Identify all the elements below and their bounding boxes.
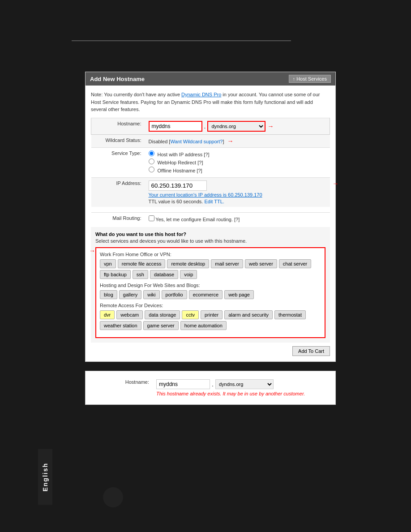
mail-routing-checkbox-label[interactable]: Yes, let me configure Email routing. [?] bbox=[149, 217, 240, 222]
hosting-buttons-row: blog gallery wiki portfolio ecommerce we… bbox=[100, 290, 321, 299]
alarm-security-btn[interactable]: alarm and security bbox=[224, 310, 273, 319]
mail-routing-checkbox[interactable] bbox=[149, 215, 154, 221]
wildcard-link[interactable]: Want Wildcard support? bbox=[170, 139, 223, 144]
use-host-subtitle: Select services and devices you would li… bbox=[95, 238, 325, 244]
printer-btn[interactable]: printer bbox=[201, 310, 223, 319]
wildcard-arrow: → bbox=[227, 137, 234, 145]
ip-arrow: → bbox=[333, 180, 339, 187]
dynamic-dns-pro-link[interactable]: Dynamic DNS Pro bbox=[181, 92, 221, 97]
panel2-hostname-row: Hostname: . dyndns.org This hostname alr… bbox=[94, 377, 326, 399]
note-before: Note: You currently don't have any activ… bbox=[91, 92, 181, 97]
use-host-title: What do you want to use this host for? bbox=[95, 232, 325, 237]
webcam-btn[interactable]: webcam bbox=[116, 310, 143, 319]
panel2-hostname-input[interactable] bbox=[156, 379, 210, 389]
edit-ttl-link[interactable]: Edit TTL. bbox=[204, 199, 224, 204]
add-to-cart-button[interactable]: Add To Cart bbox=[292, 346, 330, 356]
database-btn[interactable]: database bbox=[150, 270, 178, 279]
wildcard-text: Disabled [ bbox=[149, 139, 171, 144]
add-to-cart-row: Add To Cart bbox=[91, 346, 330, 356]
weather-station-btn[interactable]: weather station bbox=[100, 321, 141, 330]
portfolio-btn[interactable]: portfolio bbox=[162, 290, 187, 299]
vpn-section-label: Work From Home Office or VPN: bbox=[100, 252, 321, 257]
wildcard-row: Wildcard Status: Disabled [Want Wildcard… bbox=[91, 134, 330, 147]
panel2-body: Hostname: . dyndns.org This hostname alr… bbox=[86, 371, 335, 404]
hostname-value-cell: . dyndns.org dyndns.com dyndns.net → bbox=[145, 118, 330, 134]
ttl-value: TTL value is 60 seconds. bbox=[149, 199, 203, 204]
ip-address-row: IP Address: Your current location's IP a… bbox=[91, 177, 330, 207]
vpn-btn[interactable]: vpn bbox=[100, 259, 116, 268]
dvr-btn[interactable]: dvr bbox=[100, 310, 115, 319]
mail-routing-text: Yes, let me configure Email routing. [?] bbox=[155, 217, 240, 222]
logo-area bbox=[72, 9, 411, 54]
vpn-buttons-row: vpn remote file access remote desktop ma… bbox=[100, 259, 321, 279]
wildcard-label: Wildcard Status: bbox=[91, 134, 145, 147]
voip-btn[interactable]: voip bbox=[180, 270, 197, 279]
logo-shape bbox=[72, 9, 411, 45]
mail-routing-row: Mail Routing: Yes, let me configure Emai… bbox=[91, 212, 330, 225]
mail-server-btn[interactable]: mail server bbox=[211, 259, 243, 268]
service-radio-webhop-input[interactable] bbox=[149, 159, 154, 164]
logo-divider bbox=[72, 40, 291, 41]
spacer-row bbox=[91, 207, 330, 213]
hostname-exists-panel: Hostname: . dyndns.org This hostname alr… bbox=[85, 371, 336, 405]
panel2-form-table: Hostname: . dyndns.org This hostname alr… bbox=[94, 377, 326, 399]
ftp-backup-btn[interactable]: ftp backup bbox=[100, 270, 131, 279]
remote-desktop-btn[interactable]: remote desktop bbox=[167, 259, 209, 268]
service-radio-ip-input[interactable] bbox=[149, 150, 154, 156]
note-text: Note: You currently don't have any activ… bbox=[91, 91, 330, 113]
host-services-button[interactable]: ↑ Host Services bbox=[289, 75, 331, 83]
service-radio-webhop[interactable]: WebHop Redirect [?] bbox=[149, 159, 326, 165]
remote-section-label: Remote Access For Devices: bbox=[100, 303, 321, 308]
remote-buttons-row: dvr webcam data storage cctv printer ala… bbox=[100, 310, 321, 330]
wiki-btn[interactable]: wiki bbox=[143, 290, 159, 299]
hostname-dot: . bbox=[204, 123, 206, 130]
hostname-error-text: This hostname already exists. It may be … bbox=[156, 391, 323, 396]
gallery-btn[interactable]: gallery bbox=[119, 290, 141, 299]
ssh-btn[interactable]: ssh bbox=[133, 270, 148, 279]
service-radio-offline-input[interactable] bbox=[149, 167, 154, 172]
panel2-hostname-select[interactable]: dyndns.org bbox=[215, 379, 274, 389]
chat-server-btn[interactable]: chat server bbox=[279, 259, 311, 268]
use-host-section: What do you want to use this host for? S… bbox=[91, 227, 330, 343]
service-type-radio-group: Host with IP address [?] WebHop Redirect… bbox=[149, 150, 326, 173]
mail-routing-value: Yes, let me configure Email routing. [?] bbox=[145, 212, 330, 225]
wildcard-text-after: ] bbox=[223, 139, 224, 144]
blog-btn[interactable]: blog bbox=[100, 290, 117, 299]
services-arrow: → bbox=[89, 247, 95, 254]
service-radio-ip[interactable]: Host with IP address [?] bbox=[149, 150, 326, 157]
hostname-input[interactable] bbox=[149, 121, 202, 132]
add-hostname-panel: Add New Hostname ↑ Host Services Note: Y… bbox=[85, 72, 336, 362]
service-type-options: Host with IP address [?] WebHop Redirect… bbox=[145, 147, 330, 177]
wildcard-value: Disabled [Want Wildcard support?] → bbox=[145, 134, 330, 147]
hostname-row: Hostname: . dyndns.org dyndns.com dyndns… bbox=[91, 118, 330, 134]
bottom-circle bbox=[103, 487, 123, 507]
panel-header: Add New Hostname ↑ Host Services bbox=[86, 72, 335, 86]
hostname-select[interactable]: dyndns.org dyndns.com dyndns.net bbox=[207, 121, 265, 132]
home-automation-btn[interactable]: home automation bbox=[180, 321, 227, 330]
ip-address-label: IP Address: bbox=[91, 177, 145, 207]
form-table: Hostname: . dyndns.org dyndns.com dyndns… bbox=[91, 118, 330, 225]
web-page-btn[interactable]: web page bbox=[224, 290, 254, 299]
web-server-btn[interactable]: web server bbox=[245, 259, 277, 268]
service-radio-offline[interactable]: Offline Hostname [?] bbox=[149, 167, 326, 173]
ip-address-value-cell: Your current location's IP address is 60… bbox=[145, 177, 330, 207]
hosting-section-label: Hosting and Design For Web Sites and Blo… bbox=[100, 283, 321, 288]
ttl-text: TTL value is 60 seconds. Edit TTL. bbox=[149, 199, 326, 204]
panel2-dot: . bbox=[212, 381, 214, 388]
main-content: Add New Hostname ↑ Host Services Note: Y… bbox=[85, 72, 336, 414]
hostname-arrow: → bbox=[267, 123, 274, 130]
mail-routing-label: Mail Routing: bbox=[91, 212, 145, 225]
ip-address-input[interactable] bbox=[149, 180, 207, 191]
game-server-btn[interactable]: game server bbox=[143, 321, 179, 330]
services-box: Work From Home Office or VPN: vpn remote… bbox=[95, 247, 325, 338]
thermostat-btn[interactable]: thermostat bbox=[274, 310, 306, 319]
cctv-btn[interactable]: cctv bbox=[182, 310, 199, 319]
ecommerce-btn[interactable]: ecommerce bbox=[189, 290, 223, 299]
service-type-row: Service Type: Host with IP address [?] W… bbox=[91, 147, 330, 177]
data-storage-btn[interactable]: data storage bbox=[145, 310, 180, 319]
english-sidebar-label: English bbox=[38, 449, 52, 505]
panel-body: Note: You currently don't have any activ… bbox=[86, 86, 335, 361]
remote-file-access-btn[interactable]: remote file access bbox=[118, 259, 166, 268]
current-ip-link[interactable]: Your current location's IP address is 60… bbox=[149, 192, 326, 197]
sidebar bbox=[0, 0, 72, 532]
